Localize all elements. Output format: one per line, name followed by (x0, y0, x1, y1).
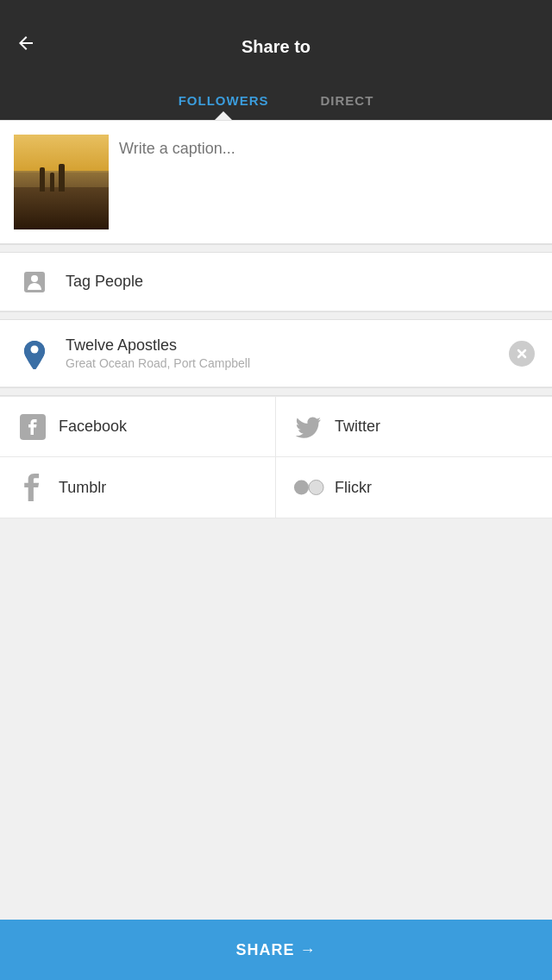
flickr-icon (293, 472, 324, 503)
twitter-icon (293, 411, 324, 443)
page-title: Share to (242, 37, 310, 57)
location-icon (17, 336, 52, 371)
tumblr-label: Tumblr (59, 479, 106, 497)
tumblr-icon (17, 472, 48, 503)
section-divider-1 (0, 244, 552, 253)
tag-people-label: Tag People (66, 273, 143, 291)
location-row[interactable]: Twelve Apostles Great Ocean Road, Port C… (0, 320, 552, 387)
share-button[interactable]: SHARE → (0, 920, 552, 980)
svg-point-7 (309, 480, 323, 494)
tag-people-row[interactable]: Tag People (0, 253, 552, 311)
location-clear-button[interactable] (509, 341, 535, 367)
svg-point-4 (31, 345, 39, 353)
location-text: Twelve Apostles Great Ocean Road, Port C… (66, 336, 509, 370)
section-divider-2 (0, 311, 552, 320)
facebook-share-cell[interactable]: Facebook (0, 397, 276, 457)
svg-point-6 (294, 480, 309, 494)
twitter-share-cell[interactable]: Twitter (276, 397, 552, 457)
location-sub: Great Ocean Road, Port Campbell (66, 356, 509, 370)
tab-direct[interactable]: DIRECT (311, 86, 382, 120)
svg-point-1 (31, 275, 38, 282)
caption-section (0, 120, 552, 244)
tab-followers[interactable]: FOLLOWERS (170, 86, 278, 120)
person-icon (17, 265, 52, 299)
share-label: SHARE → (235, 941, 316, 959)
section-divider-3 (0, 387, 552, 396)
social-share-grid: Facebook Twitter Tumblr Flickr (0, 396, 552, 518)
location-name: Twelve Apostles (66, 336, 509, 355)
caption-input[interactable] (109, 135, 538, 229)
twitter-label: Twitter (335, 418, 380, 436)
facebook-icon (17, 411, 48, 443)
flickr-label: Flickr (335, 479, 372, 497)
back-button[interactable] (16, 33, 36, 53)
tumblr-share-cell[interactable]: Tumblr (0, 457, 276, 518)
tabs-bar: FOLLOWERS DIRECT (0, 86, 552, 120)
flickr-share-cell[interactable]: Flickr (276, 457, 552, 518)
header: Share to (0, 0, 552, 86)
facebook-label: Facebook (59, 418, 127, 436)
photo-thumbnail (14, 135, 109, 229)
